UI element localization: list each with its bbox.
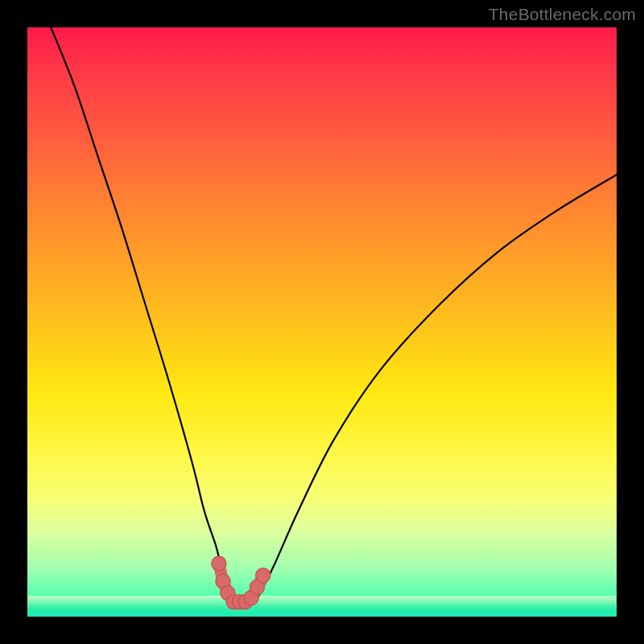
watermark-text: TheBottleneck.com: [489, 5, 636, 24]
chart-frame: TheBottleneck.com: [0, 0, 644, 644]
plot-background: [27, 27, 617, 617]
green-band: [27, 596, 617, 617]
